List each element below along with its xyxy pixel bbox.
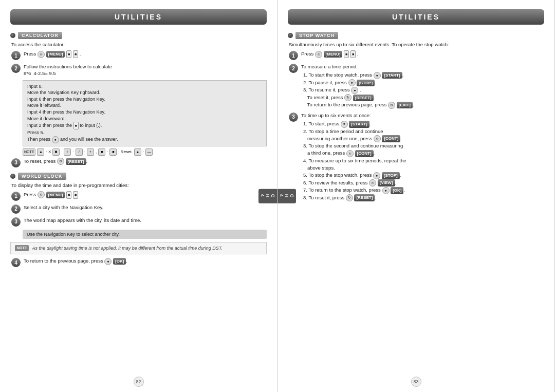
key-dot: ■ — [73, 122, 79, 129]
calc-step-3: 3 To reset, press ↻ [RESET]. — [10, 158, 267, 167]
calc-step-1: 1 Press ⎋ [MENU] ■ ■ . — [10, 50, 267, 60]
left-title-bar: UTILITIES — [10, 9, 267, 25]
calc-step-3-content: To reset, press ↻ [RESET]. — [24, 158, 267, 165]
wc-step-2-content: Select a city with the Navigation Key. — [24, 204, 267, 211]
icon-bk: ■ — [109, 148, 117, 156]
key-num1: ■ — [66, 50, 71, 58]
key-exit: [EXIT] — [397, 102, 413, 108]
wc-notebox: NOTE As the daylight saving time is not … — [10, 242, 267, 255]
key-view: [VIEW] — [378, 179, 395, 186]
ch-tab-right: CH4 — [278, 189, 296, 203]
icon-sep6: · — [107, 150, 108, 154]
left-page: UTILITIES CALCULATOR To access the calcu… — [0, 0, 278, 392]
ch-tab-left: CH4 — [258, 189, 277, 203]
key-ok: [OK] — [391, 187, 403, 194]
key-func-sw: ⎋ — [315, 51, 322, 58]
key-ok-wc: ● — [104, 258, 112, 265]
calculator-label: CALCULATOR — [18, 32, 62, 39]
worldclock-header: WORLD CLOCK — [10, 173, 267, 180]
calculator-header: CALCULATOR — [10, 32, 267, 39]
calculator-section: CALCULATOR To access the calculator: 1 P… — [10, 32, 267, 167]
wc-step-2-num: 2 — [11, 204, 21, 214]
calc-icon-bar: NOTE ● · X ✖ · ÷ · / · + , ■ · ■ : Reset… — [23, 148, 267, 156]
key-sw-n1: ■ — [344, 50, 349, 58]
key-sw-stop1: ● — [348, 79, 356, 86]
key-sw-resume: ● — [351, 87, 358, 94]
worldclock-section: WORLD CLOCK To display the time and date… — [10, 173, 267, 268]
wc-step-3-content: The world map appears with the city, its… — [24, 217, 267, 223]
stopwatch-intro: Simultaneously times up to six different… — [288, 42, 544, 47]
wc-step-3-num: 3 — [11, 217, 21, 227]
icon-sep7: · — [143, 150, 144, 154]
sw-step-2-content: To measure a time period. 1. To start th… — [301, 63, 544, 109]
wc-step-1-num: 1 — [11, 192, 21, 201]
key-reset1: [RESET] — [353, 95, 374, 101]
calc-step-2: 2 Follow the instructions below to calcu… — [10, 63, 267, 77]
icon-dot2: ■ — [98, 148, 105, 156]
icon-x: ✖ — [52, 148, 60, 156]
key-sw-cont1: ⎋ — [374, 135, 381, 142]
key-cont2: [CONT] — [355, 150, 374, 157]
key-start1: [START] — [382, 72, 402, 79]
key-start2: [START] — [349, 121, 369, 128]
wc-step-1-content: Press ⎋ [MENU] ■ ■ . — [24, 191, 267, 199]
key-wc-n1: ■ — [66, 191, 71, 199]
key-sw-view: ⎋ — [369, 179, 376, 186]
key-reset-label: [RESET] — [66, 158, 86, 165]
right-page: UTILITIES STOP WATCH Simultaneously time… — [278, 0, 555, 392]
key-stop2: [STOP] — [382, 172, 400, 179]
icon-div: ÷ — [64, 148, 71, 156]
calc-step-3-num: 3 — [11, 158, 21, 167]
icon-sep5: , — [96, 150, 97, 154]
calc-step-1-content: Press ⎋ [MENU] ■ ■ . — [24, 50, 267, 58]
key-func: ⎋ — [38, 51, 45, 58]
calc-step-2-content: Follow the instructions below to calcula… — [24, 63, 267, 77]
left-page-num: 82 — [134, 377, 144, 387]
icon-plus: + — [87, 148, 94, 156]
key-wc-n2: ■ — [73, 191, 78, 199]
icon-sep3: · — [72, 150, 73, 154]
icon-sep1: · X — [46, 150, 51, 154]
calc-infobox: Input 8. Move the Navigation Key rightwa… — [23, 80, 267, 146]
key-cont1: [CONT] — [382, 135, 400, 142]
sw-step-3-num: 3 — [289, 113, 298, 122]
right-page-num: 83 — [411, 377, 421, 387]
wc-step-4: 4 To return to the previous page, press … — [10, 257, 267, 267]
sw-step-3-content: To time up to six events at once: 1. To … — [301, 112, 544, 202]
stopwatch-label: STOP WATCH — [295, 32, 338, 39]
key-menu-wc: [MENU] — [46, 192, 65, 198]
key-sw-n2: ■ — [350, 50, 356, 58]
key-sw-start2: ● — [341, 121, 348, 128]
right-title-bar: UTILITIES — [288, 9, 544, 25]
key-stop1: [STOP] — [357, 80, 375, 86]
wc-step-2: 2 Select a city with the Navigation Key. — [10, 204, 267, 214]
icon-reset: : Reset. — [118, 150, 133, 154]
key-reset2: [RESET] — [354, 194, 375, 201]
icon-sep2: · — [61, 150, 62, 154]
key-sw-reset1: ↻ — [344, 94, 351, 101]
key-menu-1: [MENU] — [46, 51, 65, 58]
key-enter: ● — [52, 136, 59, 143]
calc-step-2-num: 2 — [11, 64, 21, 73]
key-menu-sw: [MENU] — [324, 51, 343, 58]
worldclock-intro: To display the time and date in pre-prog… — [10, 182, 267, 188]
wc-step-4-num: 4 — [11, 258, 21, 267]
right-title: UTILITIES — [392, 13, 440, 21]
key-sw-cont2: ⎋ — [346, 150, 354, 157]
key-reset-btn: ↻ — [57, 158, 64, 165]
worldclock-dot — [10, 174, 15, 179]
sw-step-1-content: Press ⎋ [MENU] ■ ■ . — [301, 50, 544, 58]
wc-step-1: 1 Press ⎋ [MENU] ■ ■ . — [10, 191, 267, 201]
key-sw-start1: ● — [374, 72, 381, 79]
worldclock-label: WORLD CLOCK — [18, 173, 66, 180]
icon-slash: / — [76, 148, 83, 156]
icon-ok: ● — [134, 148, 141, 156]
key-num2: ■ — [73, 50, 78, 58]
key-sw-ok: ● — [382, 187, 390, 194]
left-title: UTILITIES — [115, 13, 162, 21]
icon-nav: ● — [37, 148, 44, 156]
key-func-wc: ⎋ — [38, 191, 45, 198]
sw-step-2: 2 To measure a time period. 1. To start … — [288, 63, 544, 109]
stopwatch-header: STOP WATCH — [288, 32, 544, 39]
sw-step-2-num: 2 — [289, 64, 298, 73]
